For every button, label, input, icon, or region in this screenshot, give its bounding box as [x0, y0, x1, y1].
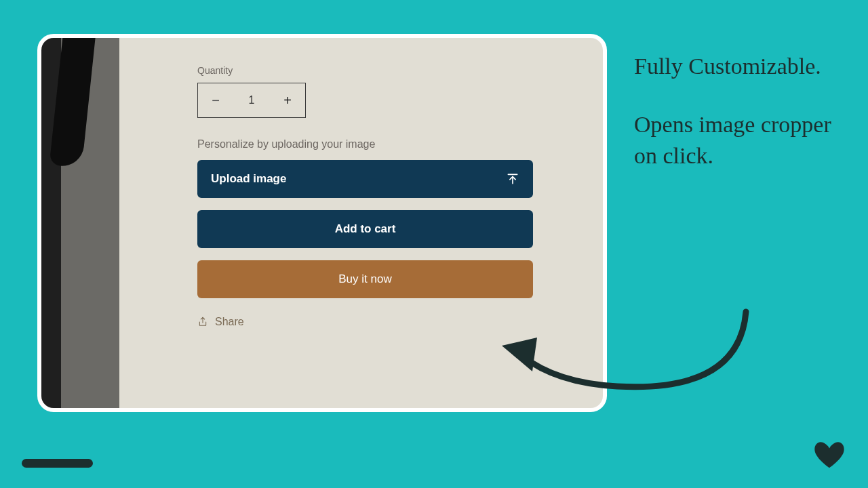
add-to-cart-button[interactable]: Add to cart — [197, 210, 533, 248]
product-form: Quantity − 1 + Personalize by uploading … — [197, 65, 533, 328]
heart-icon — [814, 441, 845, 469]
share-button[interactable]: Share — [197, 316, 533, 328]
buy-now-button[interactable]: Buy it now — [197, 260, 533, 298]
upload-button-label: Upload image — [211, 172, 286, 186]
quantity-label: Quantity — [197, 65, 533, 76]
personalize-label: Personalize by uploading your image — [197, 138, 533, 150]
add-to-cart-label: Add to cart — [335, 222, 396, 236]
product-image — [41, 38, 119, 412]
upload-icon — [506, 172, 519, 186]
share-label: Share — [215, 316, 244, 328]
quantity-decrease-button[interactable]: − — [198, 83, 233, 117]
callout-line-2: Opens image cropper on click. — [634, 109, 851, 171]
decorative-dash — [22, 459, 93, 468]
callout-text: Fully Customizable. Opens image cropper … — [634, 51, 851, 171]
arrow-annotation — [495, 298, 753, 420]
callout-line-1: Fully Customizable. — [634, 51, 851, 82]
buy-now-label: Buy it now — [338, 272, 391, 286]
svg-marker-3 — [502, 338, 537, 371]
upload-image-button[interactable]: Upload image — [197, 160, 533, 198]
quantity-increase-button[interactable]: + — [270, 83, 305, 117]
share-icon — [197, 317, 208, 327]
quantity-stepper: − 1 + — [197, 83, 306, 118]
quantity-value: 1 — [233, 94, 270, 106]
